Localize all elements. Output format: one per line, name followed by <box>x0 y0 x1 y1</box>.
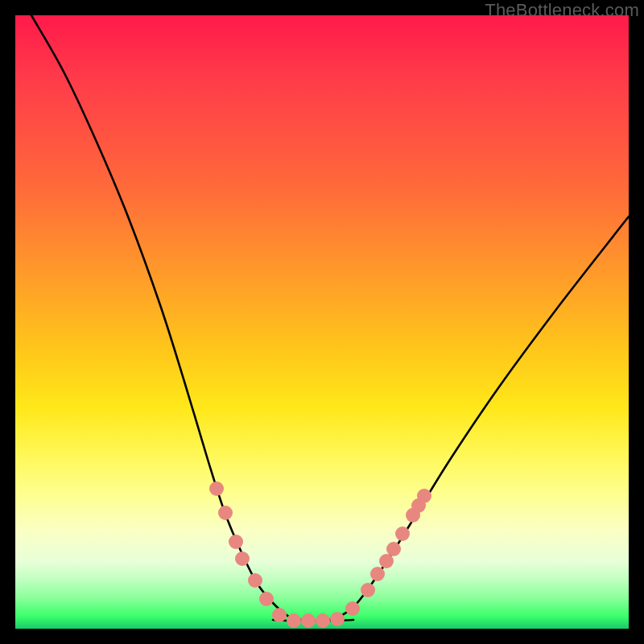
marker-dot <box>272 608 287 622</box>
marker-dot <box>235 551 250 566</box>
marker-dot <box>248 573 262 588</box>
marker-dot <box>259 592 274 606</box>
curve-layer <box>31 15 629 621</box>
marker-dot <box>301 613 316 628</box>
marker-layer <box>209 481 431 628</box>
series-left-curve <box>31 15 305 621</box>
marker-dot <box>330 612 345 626</box>
marker-dot <box>379 554 394 568</box>
chart-svg <box>15 15 629 629</box>
marker-dot <box>209 481 224 496</box>
marker-dot <box>370 567 385 581</box>
marker-dot <box>417 489 431 503</box>
marker-dot <box>316 613 330 628</box>
series-right-curve <box>321 217 629 621</box>
marker-dot <box>361 583 375 597</box>
marker-dot <box>386 542 401 556</box>
marker-dot <box>345 601 360 616</box>
marker-dot <box>229 535 243 549</box>
marker-dot <box>395 526 410 541</box>
marker-dot <box>287 613 301 628</box>
marker-dot <box>218 506 233 520</box>
chart-frame <box>15 15 629 629</box>
